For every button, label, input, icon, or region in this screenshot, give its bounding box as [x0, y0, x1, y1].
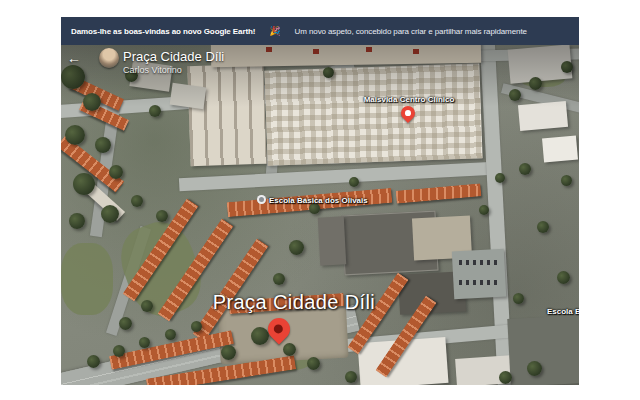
- app-window: Damos-lhe as boas-vindas ao novo Google …: [61, 17, 579, 385]
- satellite-map[interactable]: Maisvida Centro Clínico Escola Básica do…: [61, 45, 579, 385]
- poi-label-clinic[interactable]: Maisvida Centro Clínico: [349, 95, 469, 104]
- place-pin-dot-icon: [274, 324, 283, 333]
- tree-shape: [557, 271, 570, 284]
- tree-shape: [65, 125, 85, 145]
- bldg-shape: [452, 249, 506, 300]
- party-popper-icon: 🎉: [269, 26, 280, 36]
- tree-shape: [499, 371, 512, 384]
- poi-label-school-text: Escola Básica dos Olivais: [269, 196, 368, 205]
- tree-shape: [109, 165, 123, 179]
- tree-shape: [165, 329, 176, 340]
- tree-shape: [479, 205, 489, 215]
- tree-shape: [191, 321, 202, 332]
- tree-shape: [113, 345, 125, 357]
- poi-label-school-right[interactable]: Escola B: [547, 307, 579, 316]
- bldg-shape: [318, 216, 346, 265]
- project-title: Praça Cidade Díli: [123, 49, 224, 64]
- tree-shape: [69, 213, 85, 229]
- tree-shape: [221, 345, 236, 360]
- tree-shape: [495, 173, 505, 183]
- tree-shape: [527, 361, 542, 376]
- banner-message-text: Um novo aspeto, concebido para criar e p…: [295, 27, 527, 36]
- place-name-label: Praça Cidade Díli: [174, 291, 414, 314]
- tree-shape: [139, 337, 150, 348]
- tree-shape: [251, 327, 269, 345]
- tree-shape: [345, 371, 357, 383]
- grass-shape: [61, 243, 113, 315]
- tree-shape: [273, 273, 285, 285]
- tree-shape: [519, 163, 531, 175]
- clinic-pin-dot-icon: [405, 110, 411, 116]
- bldg-shape: [518, 101, 568, 131]
- roof-shape: [396, 183, 482, 203]
- poi-label-school[interactable]: Escola Básica dos Olivais: [257, 195, 368, 205]
- cars-shape: [459, 260, 499, 265]
- bldg-shape: [507, 315, 579, 385]
- tree-shape: [87, 355, 100, 368]
- tree-shape: [307, 357, 320, 370]
- welcome-banner: Damos-lhe as boas-vindas ao novo Google …: [61, 17, 579, 45]
- tree-shape: [73, 173, 95, 195]
- tree-shape: [289, 240, 304, 255]
- tree-shape: [561, 175, 572, 186]
- banner-welcome-text: Damos-lhe as boas-vindas ao novo Google …: [71, 27, 255, 36]
- tree-shape: [283, 343, 296, 356]
- map-header: ← Praça Cidade Díli Carlos Vitorino: [61, 45, 579, 85]
- bldg-shape: [170, 83, 207, 110]
- tree-shape: [513, 293, 524, 304]
- author-avatar[interactable]: [99, 48, 119, 68]
- tree-shape: [83, 93, 101, 111]
- project-author: Carlos Vitorino: [123, 65, 182, 75]
- tree-shape: [119, 317, 132, 330]
- tree-shape: [537, 221, 549, 233]
- tree-shape: [131, 195, 143, 207]
- school-icon: [257, 195, 266, 204]
- cars-shape: [459, 280, 499, 285]
- tree-shape: [149, 105, 161, 117]
- tree-shape: [509, 89, 521, 101]
- tree-shape: [101, 205, 119, 223]
- tree-shape: [349, 177, 359, 187]
- back-button[interactable]: ←: [65, 49, 83, 67]
- tree-shape: [156, 210, 168, 222]
- bldg-shape: [542, 136, 578, 163]
- tree-shape: [95, 137, 111, 153]
- tree-shape: [141, 300, 153, 312]
